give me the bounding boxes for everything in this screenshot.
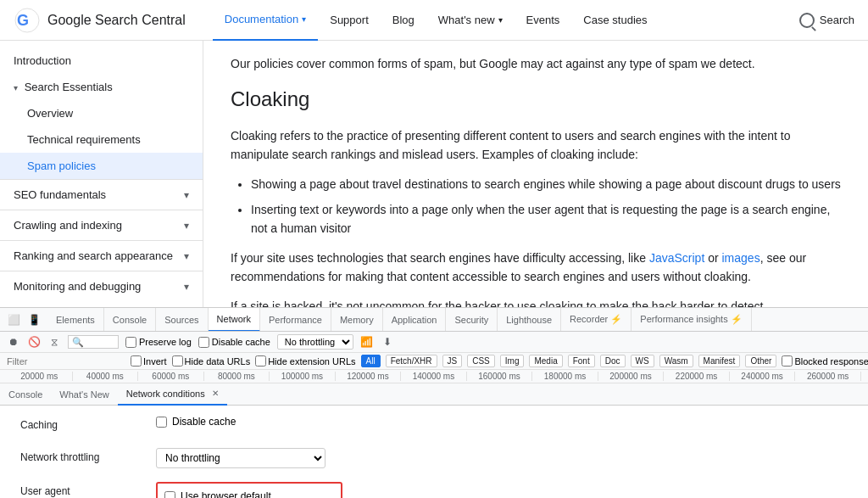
timeline-20000: 20000 ms [7,372,73,381]
timeline-60000: 60000 ms [138,372,204,381]
devtools-tab-perf-insights[interactable]: Performance insights ⚡ [632,308,751,332]
site-title: Google Search Central [47,13,186,28]
cloaking-list: Showing a page about travel destinations… [251,175,841,238]
nc-user-agent-row: User agent Use browser default Googlebot… [20,482,848,498]
bottom-tab-console[interactable]: Console [0,383,51,406]
timeline-bar: 20000 ms 40000 ms 60000 ms 80000 ms 1000… [0,370,868,383]
export-har-button[interactable]: ⬇ [381,335,394,349]
bottom-tab-network-conditions[interactable]: Network conditions ✕ [118,383,227,406]
type-btn-css[interactable]: CSS [467,355,495,367]
filter-input[interactable] [7,356,124,367]
nav-events[interactable]: Events [515,0,572,41]
timeline-80000: 80000 ms [204,372,270,381]
chevron-icon: ▾ [184,189,189,201]
devtools-tab-elements[interactable]: Elements [47,308,104,332]
throttle-select[interactable]: No throttling [277,334,353,350]
bottom-tabs: Console What's New Network conditions ✕ [0,383,868,406]
invert-checkbox[interactable] [131,355,142,367]
devtools-tab-sources[interactable]: Sources [156,308,208,332]
nc-disable-cache-checkbox[interactable] [156,417,167,428]
sidebar: Introduction ▾ Search Essentials Overvie… [0,41,203,307]
logo[interactable]: G Google Search Central [14,7,186,34]
timeline-220000: 220000 ms [664,372,730,381]
filter-bar: Invert Hide data URLs Hide extension URL… [0,353,868,370]
cloaking-para3: If a site is hacked, it's not uncommon f… [231,297,841,307]
disable-cache-checkbox[interactable] [198,337,209,348]
list-item-1: Showing a page about travel destinations… [251,175,841,193]
images-link[interactable]: images [722,251,760,265]
devtools-tab-performance[interactable]: Performance [260,308,331,332]
devtools-panel: ⬜ 📱 Elements Console Sources Network Per… [0,307,868,498]
hide-data-urls-label: Hide data URLs [172,355,251,367]
hide-extension-urls-checkbox[interactable] [255,355,266,367]
preserve-log-label: Preserve log [125,337,192,348]
javascript-link[interactable]: JavaScript [649,251,704,265]
type-btn-wasm[interactable]: Wasm [659,355,693,367]
chevron-down-icon: ▾ [302,14,306,24]
type-btn-manifest[interactable]: Manifest [698,355,741,367]
bottom-tab-whatsnew[interactable]: What's New [51,383,117,406]
nc-throttle-select[interactable]: No throttling [156,448,326,468]
cloaking-para2: If your site uses technologies that sear… [231,249,841,287]
type-btn-fetch[interactable]: Fetch/XHR [386,355,437,367]
type-btn-doc[interactable]: Doc [600,355,626,367]
devtools-device-icon[interactable]: 📱 [25,311,42,328]
type-btn-all[interactable]: All [361,355,381,367]
devtools-tab-security[interactable]: Security [446,308,498,332]
type-btn-ws[interactable]: WS [631,355,654,367]
google-logo-icon: G [14,7,41,34]
filter-options: Invert Hide data URLs Hide extension URL… [131,355,868,367]
devtools-tabs: ⬜ 📱 Elements Console Sources Network Per… [0,308,868,332]
clear-button[interactable]: 🚫 [27,335,41,349]
sidebar-section-monitoring[interactable]: Monitoring and debugging ▾ [0,271,203,301]
chevron-icon-4: ▾ [184,281,189,293]
type-btn-media[interactable]: Media [529,355,562,367]
cloaking-para1: Cloaking refers to the practice of prese… [231,126,841,165]
preserve-log-checkbox[interactable] [125,337,136,348]
sidebar-section-crawling[interactable]: Crawling and indexing ▾ [0,210,203,240]
nav-whatsnew[interactable]: What's new ▾ [426,0,515,41]
nav-blog[interactable]: Blog [381,0,426,41]
record-button[interactable]: ⏺ [7,335,20,349]
sidebar-item-overview[interactable]: Overview [0,100,203,126]
chevron-icon-2: ▾ [184,220,189,232]
hide-data-urls-checkbox[interactable] [172,355,183,367]
nav-case-studies[interactable]: Case studies [571,0,659,41]
filter-icon[interactable]: ⧖ [47,335,61,349]
nav-documentation[interactable]: Documentation ▾ [213,0,318,41]
devtools-tab-application[interactable]: Application [383,308,447,332]
devtools-tab-memory[interactable]: Memory [331,308,383,332]
devtools-inspect-icon[interactable]: ⬜ [5,311,22,328]
sidebar-item-introduction[interactable]: Introduction [0,48,203,74]
nav-links: Documentation ▾ Support Blog What's new … [213,0,799,41]
invert-label: Invert [131,355,167,367]
blocked-cookies-checkbox[interactable] [782,355,793,367]
nc-user-agent-label: User agent [20,482,156,497]
sidebar-item-technical[interactable]: Technical requirements [0,126,203,153]
sidebar-item-spam[interactable]: Spam policies [0,153,203,179]
type-btn-font[interactable]: Font [568,355,595,367]
user-agent-box: Use browser default Googlebot Smartphone [156,482,342,498]
search-button[interactable]: Search [799,13,854,28]
type-btn-other[interactable]: Other [745,355,776,367]
timeline-120000: 120000 ms [336,372,402,381]
sidebar-section-seo[interactable]: SEO fundamentals ▾ [0,179,203,210]
chevron-down-icon-2: ▾ [498,15,503,25]
search-filter-input[interactable] [68,335,119,349]
hide-extension-urls-label: Hide extension URLs [255,355,355,367]
devtools-tab-network[interactable]: Network [209,308,260,332]
sidebar-section-ranking[interactable]: Ranking and search appearance ▾ [0,240,203,271]
use-browser-default-checkbox[interactable] [164,491,175,499]
close-icon[interactable]: ✕ [212,389,219,398]
devtools-tab-lighthouse[interactable]: Lighthouse [498,308,561,332]
devtools-tab-console[interactable]: Console [104,308,156,332]
devtools-toolbar: ⏺ 🚫 ⧖ Preserve log Disable cache No thro… [0,332,868,353]
nav-support[interactable]: Support [318,0,381,41]
sidebar-item-search-essentials[interactable]: ▾ Search Essentials [0,74,203,100]
devtools-tab-recorder[interactable]: Recorder ⚡ [561,308,632,332]
import-har-button[interactable]: 📶 [360,335,374,349]
type-btn-js[interactable]: JS [442,355,463,367]
network-conditions-content: Caching Disable cache Network throttling… [0,406,868,498]
type-btn-img[interactable]: Img [500,355,525,367]
timeline-240000: 240000 ms [730,372,796,381]
